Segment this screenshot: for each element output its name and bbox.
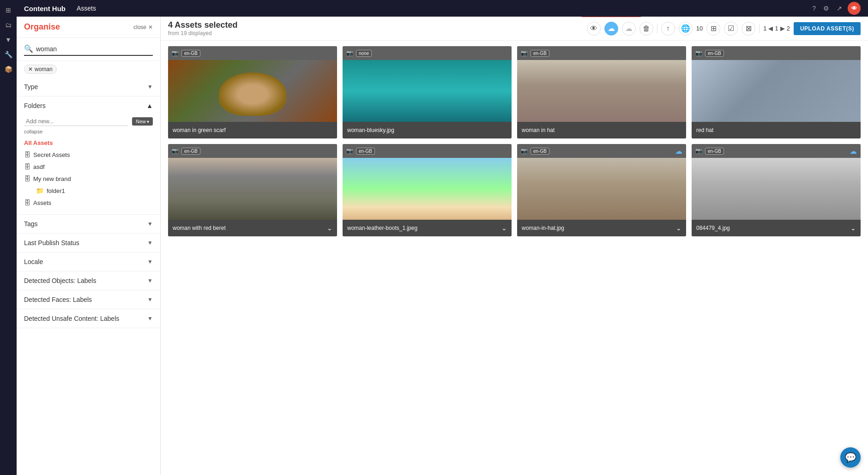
page-next-button[interactable]: ▶	[780, 25, 785, 32]
asset-card-red-hat[interactable]: 📷 en-GB red hat	[692, 46, 861, 138]
search-input[interactable]	[36, 45, 153, 53]
filter-detected-objects-header[interactable]: Detected Objects: Labels ▼	[17, 271, 160, 290]
page-current: 1	[763, 25, 766, 32]
asset-footer-0: woman in green scarf	[168, 122, 337, 138]
tag-close-icon[interactable]: ✕	[28, 66, 33, 72]
folder-item-folder1[interactable]: 📁 folder1	[17, 185, 160, 197]
asset-image-0	[168, 60, 337, 122]
search-input-wrap: 🔍	[24, 42, 153, 56]
asset-card-084479[interactable]: 📷 en-GB ☁ 084479_4.jpg ⌄	[692, 144, 861, 236]
pagination: 1 ◀ 1 ▶ 2	[763, 25, 790, 32]
filter-detected-faces-header[interactable]: Detected Faces: Labels ▼	[17, 290, 160, 309]
filter-tags-header[interactable]: Tags ▼	[17, 215, 160, 233]
unsafe-chevron-icon: ▼	[147, 315, 153, 322]
folder-item-all-assets[interactable]: All Assets	[17, 137, 160, 149]
collapse-link[interactable]: collapse	[17, 128, 160, 135]
folder-asdf-label: asdf	[33, 163, 45, 170]
settings-icon[interactable]: ⚙	[821, 3, 831, 14]
folder-item-assets[interactable]: 🗄 Assets	[17, 197, 160, 209]
asset-inner: 📷 en-GB ☁ 084479_4.jpg ⌄	[692, 144, 861, 236]
asset-chevron-7[interactable]: ⌄	[850, 224, 856, 232]
content-area: 4 Assets selected from 19 displayed 👁 Pu…	[161, 17, 868, 475]
asset-top-strip: 📷 en-GB	[168, 144, 337, 158]
asset-top-strip: 📷 en-GB	[517, 46, 686, 60]
folder-asdf-icon: 🗄	[24, 163, 30, 170]
grid-view-button[interactable]: ⊞	[706, 22, 720, 36]
locale-badge-6: en-GB	[530, 148, 549, 155]
filter-type-header[interactable]: Type ▼	[17, 78, 160, 96]
asset-card-woman-bluesky[interactable]: 📷 none woman-bluesky.jpg	[343, 46, 512, 138]
view-button[interactable]: 👁	[587, 22, 601, 36]
chat-bubble[interactable]: 💬	[840, 447, 861, 468]
locale-button[interactable]: 🌐	[679, 22, 693, 36]
new-label: New	[136, 119, 146, 124]
asset-image-3	[692, 60, 861, 122]
delete-button[interactable]: 🗑	[639, 22, 653, 36]
items-per-page: 10	[696, 25, 703, 32]
filter-locale: Locale ▼	[17, 253, 160, 271]
list-view-button[interactable]: ☑	[724, 22, 738, 36]
nav-grid-icon[interactable]: ⊞	[2, 4, 15, 17]
asset-inner: 📷 en-GB woman with red beret ⌄	[168, 144, 337, 236]
filter-locale-header[interactable]: Locale ▼	[17, 253, 160, 271]
new-folder-button[interactable]: New ▾	[132, 117, 153, 126]
folder-secret-label: Secret Assets	[33, 151, 70, 158]
asset-footer-1: woman-bluesky.jpg	[343, 122, 512, 138]
close-icon[interactable]: ✕	[148, 24, 153, 30]
locale-badge-4: en-GB	[181, 148, 200, 155]
asset-footer-4: woman with red beret ⌄	[168, 220, 337, 236]
asset-footer-3: red hat	[692, 122, 861, 138]
folder-item-asdf[interactable]: 🗄 asdf	[17, 161, 160, 173]
topbar-right: ? ⚙ ↗ 👁	[810, 2, 861, 15]
folder-list: All Assets 🗄 Secret Assets 🗄 asdf 🗄 My n…	[17, 135, 160, 210]
nav-filter-icon[interactable]: ▼	[2, 33, 15, 46]
move-up-button[interactable]: ↑	[661, 22, 675, 36]
asset-chevron-5[interactable]: ⌄	[501, 224, 507, 232]
main-layout: Organise close ✕ 🔍 ✕ woman Type ▼	[17, 17, 868, 475]
upload-assets-button[interactable]: UPLOAD ASSET(S)	[794, 22, 861, 35]
folders-header[interactable]: Folders ▲	[17, 96, 160, 115]
nav-folder-icon[interactable]: 🗂	[2, 18, 15, 31]
folder-item-secret-assets[interactable]: 🗄 Secret Assets	[17, 149, 160, 161]
asset-card-leather-boots[interactable]: 📷 en-GB woman-leather-boots_1.jpeg ⌄	[343, 144, 512, 236]
asset-name-1: woman-bluesky.jpg	[347, 127, 507, 133]
sidebar-close-btn[interactable]: close ✕	[133, 24, 153, 30]
filter-detected-unsafe-header[interactable]: Detected Unsafe Content: Labels ▼	[17, 309, 160, 328]
sidebar: Organise close ✕ 🔍 ✕ woman Type ▼	[17, 17, 161, 475]
toolbar-divider-1	[657, 24, 657, 33]
toolbar-divider-2	[759, 24, 760, 33]
search-tag[interactable]: ✕ woman	[24, 65, 57, 74]
nav-wrench-icon[interactable]: 🔧	[2, 48, 15, 61]
add-folder-input[interactable]	[24, 117, 128, 126]
help-icon[interactable]: ?	[810, 3, 818, 14]
content-toolbar: 4 Assets selected from 19 displayed 👁 Pu…	[161, 17, 868, 41]
folder-item-my-new-brand[interactable]: 🗄 My new brand	[17, 173, 160, 185]
chevron-down-icon: ▼	[147, 84, 153, 90]
camera-icon: 📷	[346, 148, 353, 154]
nav-box-icon[interactable]: 📦	[2, 63, 15, 76]
asset-card-woman-beret[interactable]: 📷 en-GB woman with red beret ⌄	[168, 144, 337, 236]
cloud-upload-icon: ☁	[608, 24, 615, 33]
tile-view-button[interactable]: ⊠	[741, 22, 755, 36]
asset-chevron-4[interactable]: ⌄	[327, 224, 332, 232]
asset-chevron-6[interactable]: ⌄	[676, 224, 681, 232]
page-prev-button[interactable]: ◀	[768, 25, 773, 32]
topbar: Content Hub Assets ? ⚙ ↗ 👁	[17, 0, 868, 17]
asset-card-woman-hat[interactable]: 📷 en-GB woman in hat	[517, 46, 686, 138]
share-icon[interactable]: ↗	[835, 3, 844, 14]
folders-label: Folders	[24, 102, 46, 109]
filter-last-publish-header[interactable]: Last Publish Status ▼	[17, 234, 160, 252]
publish-cloud-button[interactable]: ☁	[604, 22, 618, 36]
asset-name-6: woman-in-hat.jpg	[522, 225, 676, 231]
up-arrow-icon: ↑	[666, 24, 670, 33]
filter-tags-label: Tags	[24, 220, 38, 228]
cloud-published-icon-6: ☁	[675, 147, 682, 156]
asset-card-woman-inhat[interactable]: 📷 en-GB ☁ woman-in-hat.jpg ⌄	[517, 144, 686, 236]
unpublish-button[interactable]: ☁	[622, 22, 636, 36]
asset-footer-2: woman in hat	[517, 122, 686, 138]
filter-type-label: Type	[24, 83, 38, 90]
avatar[interactable]: 👁	[848, 2, 861, 15]
asset-card-woman-green-scarf[interactable]: 📷 en-GB woman in green scarf	[168, 46, 337, 138]
filter-type: Type ▼	[17, 78, 160, 96]
asset-top-strip: 📷 en-GB ☁	[692, 144, 861, 158]
